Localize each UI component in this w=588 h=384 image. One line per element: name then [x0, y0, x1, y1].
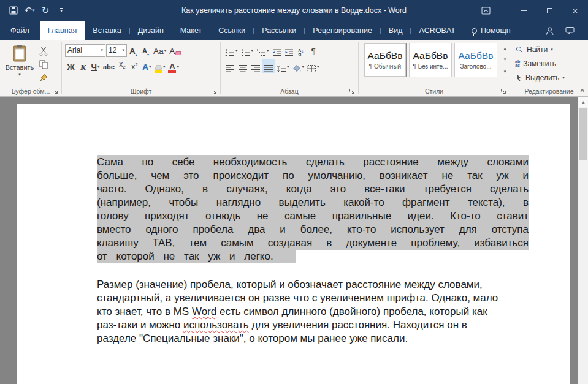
- numbering-button[interactable]: ▾: [240, 43, 255, 57]
- text-line: разделе "Специальные знаки", о котором м…: [97, 332, 529, 345]
- line-spacing-icon: [277, 64, 286, 73]
- tab-review[interactable]: Рецензирование: [305, 21, 380, 40]
- font-color-button[interactable]: А ▾: [167, 59, 180, 73]
- styles-group: АаБбВв¶ ОбычныйАаБбВв¶ Без инте...АаБбВв…: [359, 40, 510, 96]
- undo-dropdown-icon: ▾: [32, 8, 35, 13]
- font-size-dropdown-icon: ▾: [122, 48, 124, 53]
- tab-home[interactable]: Главная: [40, 21, 85, 40]
- paragraph-1[interactable]: Сама по себе необходимость сделать расст…: [97, 156, 529, 263]
- document-page[interactable]: Сама по себе необходимость сделать расст…: [17, 104, 570, 384]
- scrollbar-thumb[interactable]: [579, 108, 587, 160]
- paste-button[interactable]: Вставить ▾: [5, 42, 34, 83]
- collapse-ribbon-button[interactable]: ^: [581, 88, 584, 95]
- line-spacing-button[interactable]: ▾: [275, 59, 291, 73]
- redo-button[interactable]: ↻: [38, 3, 53, 18]
- clear-formatting-button[interactable]: А: [168, 43, 182, 57]
- bullets-button[interactable]: ▾: [224, 43, 239, 57]
- styles-more-button[interactable]: ▾: [500, 65, 510, 76]
- find-button[interactable]: Найти ▾: [515, 43, 587, 56]
- tab-label: Помощн: [481, 26, 511, 35]
- clipboard-dialog-launcher[interactable]: [52, 88, 59, 95]
- bold-button[interactable]: Ж: [65, 59, 77, 73]
- tab-layout[interactable]: Макет: [172, 21, 210, 40]
- select-icon: [515, 73, 522, 82]
- tab-view[interactable]: Вид: [381, 21, 411, 40]
- paragraph-group: ▾ ▾ ▾: [221, 40, 358, 96]
- subscript-button[interactable]: х2: [116, 59, 128, 73]
- tab-bar-right: [545, 21, 588, 40]
- text-effects-dropdown-icon: ▾: [149, 61, 151, 72]
- save-button[interactable]: [6, 3, 21, 18]
- style-heading-1[interactable]: АаБбВвЗаголово...: [454, 43, 497, 77]
- tab-design[interactable]: Дизайн: [130, 21, 172, 40]
- vertical-scrollbar[interactable]: ▲: [578, 97, 588, 384]
- tab-mailings[interactable]: Рассылки: [254, 21, 304, 40]
- tab-label: Файл: [10, 26, 29, 35]
- customize-qat-button[interactable]: ▾: [54, 3, 69, 18]
- numbering-icon: [241, 48, 251, 57]
- account-button[interactable]: [545, 26, 554, 36]
- format-painter-button[interactable]: [37, 72, 50, 83]
- maximize-button[interactable]: [536, 0, 562, 21]
- ribbon-display-options-button[interactable]: [473, 0, 498, 21]
- cut-button[interactable]: [37, 45, 50, 56]
- ribbon: Вставить ▾: [0, 40, 588, 97]
- style-normal[interactable]: АаБбВв¶ Обычный: [364, 43, 407, 77]
- tab-file[interactable]: Файл: [0, 21, 40, 40]
- align-center-button[interactable]: [237, 59, 249, 73]
- shading-button[interactable]: ▾: [291, 59, 306, 73]
- paragraph-2[interactable]: Размер (значение) пробела, который и обо…: [97, 278, 529, 345]
- tab-insert[interactable]: Вставка: [85, 21, 129, 40]
- borders-button[interactable]: ▾: [306, 59, 321, 73]
- select-button[interactable]: Выделить ▾: [515, 71, 587, 84]
- font-size-combo[interactable]: 12 ▾: [106, 44, 127, 57]
- sort-button[interactable]: А Я ↓: [296, 43, 307, 57]
- tab-acrobat[interactable]: ACROBAT: [411, 21, 464, 40]
- align-right-button[interactable]: [250, 59, 262, 73]
- dialog-launcher-icon: [211, 88, 218, 95]
- font-dialog-launcher[interactable]: [211, 88, 218, 95]
- eraser-icon: [175, 51, 181, 55]
- tab-assistant[interactable]: Помощн: [464, 21, 519, 40]
- copy-button[interactable]: [37, 59, 50, 70]
- replace-icon: ab ac: [515, 60, 520, 67]
- text-effects-button[interactable]: А ▾: [141, 59, 153, 73]
- style-no-spacing[interactable]: АаБбВв¶ Без инте...: [409, 43, 452, 77]
- underline-button[interactable]: Ч ▾: [90, 59, 101, 73]
- tab-references[interactable]: Ссылки: [210, 21, 253, 40]
- strikethrough-button[interactable]: abc: [102, 59, 116, 73]
- decrease-indent-button[interactable]: [271, 43, 283, 57]
- undo-button[interactable]: ↶ ▾: [22, 3, 37, 18]
- paragraph-dialog-launcher[interactable]: [349, 88, 356, 95]
- scroll-up-button[interactable]: ▲: [578, 97, 588, 107]
- close-icon: ×: [573, 6, 578, 16]
- text-line: Размер (значение) пробела, который и обо…: [97, 278, 529, 292]
- shrink-font-button[interactable]: А▾: [140, 43, 151, 57]
- highlight-color-button[interactable]: ▾: [153, 59, 167, 73]
- italic-button[interactable]: К: [77, 59, 89, 73]
- align-center-icon: [238, 64, 248, 73]
- styles-scroll-up-button[interactable]: ▴: [500, 43, 510, 54]
- shading-dropdown-icon: ▾: [302, 61, 305, 72]
- multilevel-list-button[interactable]: ▾: [255, 43, 270, 57]
- align-left-button[interactable]: [224, 59, 236, 73]
- replace-button[interactable]: ab ac Заменить: [515, 57, 587, 70]
- font-name-combo[interactable]: Arial ▾: [65, 44, 105, 57]
- tab-label: Рецензирование: [313, 26, 372, 35]
- paste-icon: [12, 44, 27, 62]
- justify-button[interactable]: [262, 59, 275, 73]
- close-button[interactable]: ×: [562, 0, 588, 21]
- superscript-button[interactable]: х2: [129, 59, 140, 73]
- grow-font-button[interactable]: А▴: [128, 43, 139, 57]
- minimize-button[interactable]: [511, 0, 536, 21]
- clear-formatting-letter: А: [169, 45, 175, 57]
- change-case-button[interactable]: Аа ▾: [152, 43, 167, 57]
- comments-button[interactable]: [565, 26, 575, 35]
- increase-indent-button[interactable]: [283, 43, 295, 57]
- styles-scroll-down-button[interactable]: ▾: [500, 54, 510, 65]
- find-icon: [515, 45, 524, 54]
- style-title: ¶ Обычный: [369, 63, 401, 70]
- styles-dialog-launcher[interactable]: [500, 88, 508, 95]
- show-paragraph-marks-button[interactable]: ¶: [308, 43, 319, 57]
- align-right-icon: [251, 64, 261, 73]
